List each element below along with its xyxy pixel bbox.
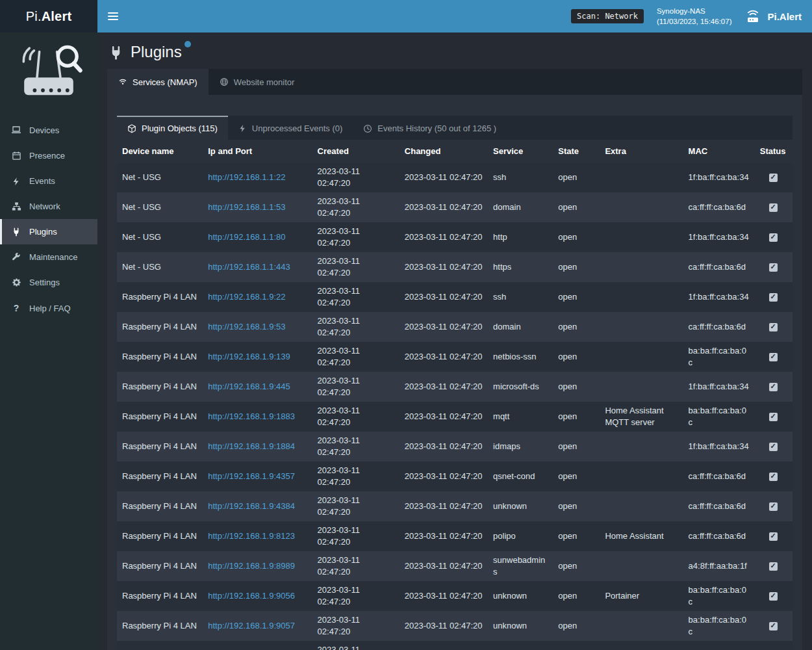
status-checkbox[interactable]: ✓: [769, 263, 778, 272]
sidebar-item-help[interactable]: ? Help / FAQ: [0, 295, 97, 321]
ip-port-link[interactable]: http://192.168.1.9:8989: [208, 561, 295, 571]
menu-toggle-icon[interactable]: [107, 8, 120, 25]
cell-mac: 1f:ba:ff:ca:ba:34: [683, 282, 755, 312]
status-checkbox[interactable]: ✓: [769, 233, 778, 242]
help-badge[interactable]: [184, 41, 191, 47]
cell-changed: 2023-03-11 02:47:20: [400, 462, 488, 491]
col-ip-port[interactable]: Ip and Port: [203, 140, 312, 162]
tab-label: Website monitor: [234, 77, 295, 87]
cell-changed: 2023-03-11 02:47:20: [400, 192, 488, 222]
ip-port-link[interactable]: http://192.168.1.1:22: [208, 172, 285, 182]
cell-mac: 1f:ba:ff:ca:ba:34: [683, 432, 755, 462]
sidebar: Devices Presence Events Network Plugins: [0, 32, 97, 650]
cell-service: unknown: [488, 641, 553, 650]
sidebar-item-maintenance[interactable]: Maintenance: [0, 244, 97, 270]
cell-state: open: [553, 402, 600, 432]
status-checkbox[interactable]: ✓: [769, 532, 778, 541]
ip-port-link[interactable]: http://192.168.1.1:80: [208, 232, 285, 242]
table-row: Net - USG http://192.168.1.1:22 2023-03-…: [117, 162, 793, 192]
status-checkbox[interactable]: ✓: [769, 592, 778, 601]
cell-device-name: Net - USG: [117, 252, 203, 282]
navbar-right: Scan: Network Synology-NAS (11/03/2023, …: [571, 6, 804, 27]
sidebar-item-events[interactable]: Events: [0, 168, 97, 194]
cell-state: open: [553, 521, 600, 551]
app-logo[interactable]: Pi.Alert: [0, 0, 97, 32]
col-extra[interactable]: Extra: [600, 140, 683, 162]
ip-port-link[interactable]: http://192.168.1.9:1883: [208, 411, 295, 421]
sidebar-item-devices[interactable]: Devices: [0, 117, 97, 143]
ip-port-link[interactable]: http://192.168.1.9:1884: [208, 441, 295, 451]
ip-port-link[interactable]: http://192.168.1.9:4357: [208, 471, 295, 481]
router-search-logo-icon: [0, 32, 97, 112]
tab-unprocessed-events[interactable]: Unprocessed Events (0): [228, 116, 353, 140]
cell-created: 2023-03-11 02:47:20: [312, 282, 400, 312]
cell-extra: [600, 611, 683, 641]
host-info: Synology-NAS (11/03/2023, 15:46:07): [657, 6, 732, 27]
status-checkbox[interactable]: ✓: [769, 502, 778, 511]
status-checkbox[interactable]: ✓: [769, 174, 778, 182]
table-row: Raspberry Pi 4 LAN http://192.168.1.9:43…: [117, 491, 793, 521]
status-checkbox[interactable]: ✓: [769, 293, 778, 302]
cell-ip-port: http://192.168.1.9:139: [203, 342, 312, 372]
status-checkbox[interactable]: ✓: [769, 353, 778, 361]
ip-port-link[interactable]: http://192.168.1.9:445: [208, 382, 290, 391]
cell-status: ✓: [755, 372, 793, 402]
tab-events-history[interactable]: Events History (50 out of 1265 ): [353, 116, 507, 140]
sidebar-item-label: Presence: [29, 151, 65, 161]
cell-device-name: Raspberry Pi 4 LAN: [117, 611, 203, 641]
col-created[interactable]: Created: [312, 140, 400, 162]
tab-website-monitor[interactable]: Website monitor: [209, 69, 306, 95]
table-row: Raspberry Pi 4 LAN http://192.168.1.9:89…: [117, 551, 793, 581]
status-checkbox[interactable]: ✓: [769, 622, 778, 630]
cell-mac: 1f:ba:ff:ca:ba:34: [683, 222, 755, 252]
col-state[interactable]: State: [553, 140, 600, 162]
cell-device-name: Raspberry Pi 4 LAN: [117, 521, 203, 551]
col-device-name[interactable]: Device name: [117, 140, 203, 162]
sidebar-item-plugins[interactable]: Plugins: [0, 219, 97, 244]
table-row: Raspberry Pi 4 LAN http://192.168.1.9:44…: [117, 372, 793, 402]
ip-port-link[interactable]: http://192.168.1.9:9056: [208, 591, 295, 601]
ip-port-link[interactable]: http://192.168.1.9:53: [208, 322, 285, 332]
plugin-subtabs: Plugin Objects (115) Unprocessed Events …: [117, 116, 793, 140]
ip-port-link[interactable]: http://192.168.1.9:22: [208, 292, 285, 302]
ip-port-link[interactable]: http://192.168.1.9:139: [208, 352, 290, 361]
tab-plugin-objects[interactable]: Plugin Objects (115): [117, 116, 228, 140]
cell-changed: 2023-03-11 02:47:20: [400, 342, 488, 372]
cell-extra: [600, 282, 683, 312]
status-checkbox[interactable]: ✓: [769, 473, 778, 481]
cell-ip-port: http://192.168.1.9:1884: [203, 432, 312, 462]
clock-icon: [363, 124, 372, 133]
col-mac[interactable]: MAC: [683, 140, 755, 162]
col-changed[interactable]: Changed: [400, 140, 488, 162]
cell-created: 2023-03-11 02:47:20: [312, 162, 400, 192]
cell-mac: 1f:ba:ff:ca:ba:34: [683, 372, 755, 402]
ip-port-link[interactable]: http://192.168.1.9:4384: [208, 501, 295, 511]
cell-created: 2023-03-11 02:47:20: [312, 641, 400, 650]
status-checkbox[interactable]: ✓: [769, 203, 778, 212]
ip-port-link[interactable]: http://192.168.1.1:443: [208, 262, 290, 272]
col-status[interactable]: Status: [755, 140, 793, 162]
cell-changed: 2023-03-11 02:47:20: [400, 372, 488, 402]
tab-services-nmap[interactable]: Services (NMAP): [107, 69, 209, 95]
status-checkbox[interactable]: ✓: [769, 383, 778, 391]
table-body: Net - USG http://192.168.1.1:22 2023-03-…: [117, 162, 793, 650]
status-checkbox[interactable]: ✓: [769, 323, 778, 332]
ip-port-link[interactable]: http://192.168.1.9:8123: [208, 531, 295, 541]
status-checkbox[interactable]: ✓: [769, 443, 778, 451]
sidebar-item-presence[interactable]: Presence: [0, 143, 97, 168]
cell-status: ✓: [755, 312, 793, 342]
status-checkbox[interactable]: ✓: [769, 413, 778, 421]
status-checkbox[interactable]: ✓: [769, 562, 778, 571]
ip-port-link[interactable]: http://192.168.1.9:9057: [208, 621, 295, 630]
ip-port-link[interactable]: http://192.168.1.1:53: [208, 202, 285, 212]
navbar-brand-label: Pi.Alert: [767, 11, 802, 22]
cell-state: open: [553, 551, 600, 581]
col-service[interactable]: Service: [488, 140, 553, 162]
sidebar-menu: Devices Presence Events Network Plugins: [0, 117, 97, 321]
cell-created: 2023-03-11 02:47:20: [312, 402, 400, 432]
cell-service: polipo: [488, 521, 553, 551]
cell-device-name: Raspberry Pi 4 LAN: [117, 432, 203, 462]
navbar-brand[interactable]: Pi.Alert: [744, 9, 804, 23]
sidebar-item-settings[interactable]: Settings: [0, 270, 97, 295]
sidebar-item-network[interactable]: Network: [0, 194, 97, 219]
